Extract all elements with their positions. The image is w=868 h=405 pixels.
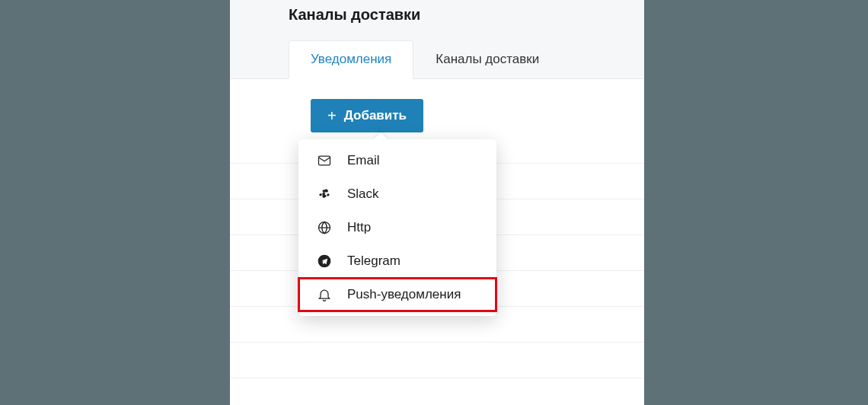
dropdown-item-slack[interactable]: Slack (298, 177, 496, 211)
dropdown-item-telegram[interactable]: Telegram (298, 244, 496, 278)
tab-delivery-label: Каналы доставки (436, 52, 539, 66)
dropdown-item-http[interactable]: Http (298, 211, 496, 244)
dropdown-slack-label: Slack (347, 187, 379, 202)
app-window: Каналы доставки Уведомления Каналы доста… (230, 0, 644, 405)
dropdown-email-label: Email (347, 153, 380, 168)
bell-icon (317, 287, 332, 302)
dropdown-item-push[interactable]: Push-уведомления (298, 278, 496, 311)
dropdown-telegram-label: Telegram (347, 254, 400, 269)
page-title: Каналы доставки (230, 0, 644, 24)
telegram-icon (317, 254, 332, 269)
add-dropdown: Email Slack Http Telegram (298, 139, 496, 316)
tab-notifications-label: Уведомления (311, 52, 391, 66)
content-area: + Добавить Email Slack (230, 79, 644, 405)
dropdown-item-email[interactable]: Email (298, 144, 496, 177)
dropdown-push-label: Push-уведомления (347, 287, 461, 302)
add-button[interactable]: + Добавить (311, 99, 423, 132)
slack-icon (317, 187, 332, 202)
tabs: Уведомления Каналы доставки (230, 40, 644, 79)
table-row (230, 342, 644, 378)
globe-icon (317, 220, 332, 235)
tab-notifications[interactable]: Уведомления (289, 40, 413, 79)
svg-rect-0 (319, 156, 330, 165)
mail-icon (317, 153, 332, 168)
tab-delivery-channels[interactable]: Каналы доставки (413, 40, 561, 78)
add-button-label: Добавить (344, 108, 407, 123)
table-row (230, 378, 644, 405)
dropdown-http-label: Http (347, 220, 371, 235)
plus-icon: + (327, 108, 337, 123)
